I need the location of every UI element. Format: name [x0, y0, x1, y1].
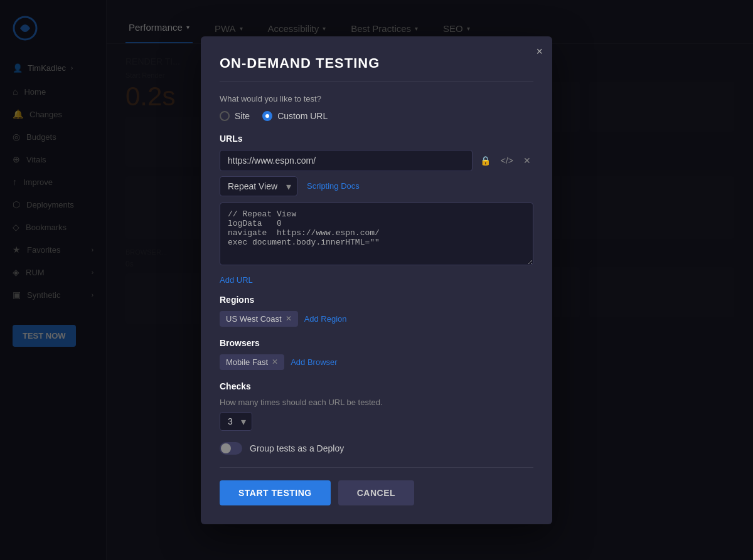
- checks-title: Checks: [220, 381, 533, 391]
- browser-tag-label: Mobile Fast: [226, 357, 268, 367]
- deploy-toggle[interactable]: [220, 442, 242, 455]
- region-tag: US West Coast ✕: [220, 311, 298, 327]
- radio-custom-url-option[interactable]: Custom URL: [262, 111, 328, 121]
- modal-close-button[interactable]: ×: [536, 46, 543, 57]
- radio-site-label: Site: [235, 111, 250, 121]
- radio-custom-url-circle[interactable]: [262, 111, 272, 121]
- browsers-section: Browsers Mobile Fast ✕ Add Browser: [220, 338, 533, 370]
- urls-section-label: URLs: [220, 134, 533, 144]
- checks-select[interactable]: 1 2 3 4 5: [220, 412, 252, 431]
- deploy-toggle-label: Group tests as a Deploy: [250, 443, 344, 453]
- add-browser-link[interactable]: Add Browser: [291, 357, 337, 367]
- toggle-knob: [221, 443, 231, 453]
- modal-title-divider: [220, 81, 533, 82]
- regions-tag-row: US West Coast ✕ Add Region: [220, 311, 533, 327]
- on-demand-testing-modal: × ON-DEMAND TESTING What would you like …: [201, 36, 552, 524]
- regions-section: Regions US West Coast ✕ Add Region: [220, 295, 533, 327]
- checks-description: How many times should each URL be tested…: [220, 398, 533, 407]
- urls-section: URLs 🔒 </> ✕ Repeat View First View Scri…: [220, 134, 533, 285]
- deploy-toggle-row: Group tests as a Deploy: [220, 442, 533, 455]
- url-lock-icon[interactable]: 🔒: [478, 153, 493, 168]
- regions-title: Regions: [220, 295, 533, 305]
- modal-actions: START TESTING CANCEL: [220, 480, 533, 505]
- url-code-icon[interactable]: </>: [498, 153, 516, 168]
- checks-select-wrapper: 1 2 3 4 5: [220, 412, 252, 431]
- add-region-link[interactable]: Add Region: [304, 314, 347, 324]
- test-type-radio-group: Site Custom URL: [220, 111, 533, 121]
- modal-footer-divider: [220, 467, 533, 468]
- url-remove-icon[interactable]: ✕: [521, 153, 533, 168]
- browser-tag: Mobile Fast ✕: [220, 354, 284, 370]
- radio-site-circle[interactable]: [220, 111, 230, 121]
- add-url-link[interactable]: Add URL: [220, 275, 253, 285]
- scripting-docs-link[interactable]: Scripting Docs: [307, 181, 360, 191]
- region-remove-button[interactable]: ✕: [286, 315, 292, 322]
- modal-title: ON-DEMAND TESTING: [220, 55, 533, 71]
- radio-site-option[interactable]: Site: [220, 111, 250, 121]
- start-testing-button[interactable]: START TESTING: [220, 480, 331, 505]
- radio-custom-url-label: Custom URL: [277, 111, 328, 121]
- browser-remove-button[interactable]: ✕: [272, 358, 278, 366]
- modal-overlay: × ON-DEMAND TESTING What would you like …: [0, 0, 753, 560]
- what-test-label: What would you like to test?: [220, 94, 533, 103]
- checks-section: Checks How many times should each URL be…: [220, 381, 533, 431]
- region-tag-label: US West Coast: [226, 314, 282, 324]
- cancel-button[interactable]: CANCEL: [338, 480, 414, 505]
- view-select-wrapper: Repeat View First View: [220, 176, 297, 196]
- script-textarea[interactable]: // Repeat View logData 0 navigate https:…: [220, 203, 533, 265]
- url-input[interactable]: [220, 150, 473, 171]
- browsers-title: Browsers: [220, 338, 533, 348]
- browsers-tag-row: Mobile Fast ✕ Add Browser: [220, 354, 533, 370]
- view-select-row: Repeat View First View Scripting Docs: [220, 176, 533, 196]
- view-select[interactable]: Repeat View First View: [220, 176, 297, 196]
- url-input-row: 🔒 </> ✕: [220, 150, 533, 171]
